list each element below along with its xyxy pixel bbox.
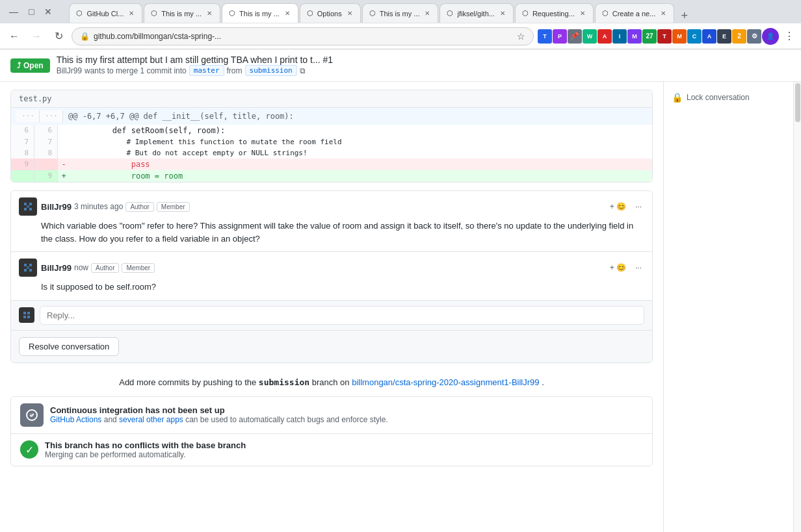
- ext-icon-6[interactable]: I: [612, 29, 627, 44]
- tab-6-icon: ⬡: [447, 9, 453, 18]
- minimize-button[interactable]: —: [5, 5, 22, 18]
- browser-menu-button[interactable]: ⋮: [783, 29, 796, 44]
- comment-1-emoji-button[interactable]: + 😊: [607, 201, 629, 212]
- diff-line-5: 9 + room = room: [11, 170, 652, 182]
- scroll-thumb[interactable]: [795, 83, 800, 122]
- comment-1-body: Which variable does "room" refer to here…: [19, 220, 644, 245]
- tab-8-close[interactable]: ✕: [659, 8, 667, 18]
- pr-source-branch[interactable]: submission: [245, 65, 297, 76]
- reply-input[interactable]: [40, 306, 644, 325]
- tab-5[interactable]: ⬡ This is my ... ✕: [362, 3, 439, 23]
- right-sidebar: 🔒 Lock conversation: [663, 82, 793, 532]
- status-item-branch: ✓ This branch has no conflicts with the …: [11, 434, 652, 466]
- ext-icon-profile[interactable]: 👤: [762, 28, 779, 45]
- pr-subtitle: BillJr99 wants to merge 1 commit into ma…: [57, 65, 791, 76]
- tab-3-close[interactable]: ✕: [283, 8, 291, 18]
- pr-copy-icon[interactable]: ⧉: [300, 66, 306, 75]
- diff-line-2-new-num: 7: [34, 136, 58, 147]
- diff-line-3-new-num: 8: [34, 147, 58, 158]
- tab-5-close[interactable]: ✕: [423, 8, 431, 18]
- diff-line-3: 8 8 # But do not accept empty or NULL st…: [11, 147, 652, 158]
- svg-rect-2: [21, 310, 32, 320]
- diff-line-4-new-num: [34, 158, 58, 170]
- commit-info-branch: submission: [259, 377, 309, 387]
- comment-2-body: Is it supposed to be self.room?: [19, 281, 644, 294]
- diff-line-4-sign: -: [58, 158, 70, 170]
- resolve-conversation-button[interactable]: Resolve conversation: [19, 337, 119, 356]
- ext-icon-5[interactable]: A: [597, 29, 612, 44]
- diff-line-1-new-num: 6: [34, 125, 58, 136]
- diff-hunk-header: ··· ··· @@ -6,7 +6,7 @@ def __init__(sel…: [11, 108, 652, 125]
- tab-3[interactable]: ⬡ This is my ... ✕: [222, 3, 298, 23]
- ext-icon-10[interactable]: M: [672, 29, 687, 44]
- pr-author: BillJr99: [57, 66, 82, 75]
- diff-filename: test.py: [19, 94, 52, 103]
- ext-icon-4[interactable]: W: [583, 29, 597, 44]
- ext-icon-8[interactable]: 27: [642, 29, 657, 44]
- new-tab-button[interactable]: +: [676, 9, 693, 23]
- forward-button[interactable]: →: [27, 27, 46, 45]
- ext-icon-14[interactable]: 2: [732, 29, 746, 44]
- ext-icon-3[interactable]: 📌: [568, 29, 582, 44]
- comment-1-more-button[interactable]: ···: [633, 201, 644, 212]
- commit-info-repo-link[interactable]: billmongan/csta-spring-2020-assignment1-…: [352, 377, 539, 387]
- pr-action-text: wants to merge 1 commit into: [85, 66, 187, 75]
- url-bar[interactable]: 🔒 github.com/billmongan/csta-spring-... …: [72, 27, 534, 45]
- page-content: ⤴ Open This is my first attempt but I am…: [0, 49, 801, 532]
- tab-1-label: GitHub Cl...: [86, 10, 124, 18]
- diff-line-1-old-num: 6: [11, 125, 34, 136]
- tab-7-close[interactable]: ✕: [579, 8, 586, 18]
- comment-2-meta: BillJr99 now Author Member: [41, 263, 603, 273]
- pr-target-branch[interactable]: master: [189, 65, 224, 76]
- title-bar: — □ ✕ ⬡ GitHub Cl... ✕ ⬡ This is my ... …: [0, 0, 801, 23]
- comment-1-time: 3 minutes ago: [74, 202, 123, 211]
- star-icon[interactable]: ☆: [517, 31, 525, 42]
- ext-icon-2[interactable]: P: [553, 29, 567, 44]
- extension-icons: T P 📌 W A I M 27 T M C A E 2 ⚙ 👤: [538, 28, 779, 45]
- comment-1-author: BillJr99: [41, 202, 72, 212]
- comment-2-emoji-button[interactable]: + 😊: [607, 262, 629, 273]
- ext-icon-9[interactable]: T: [657, 29, 672, 44]
- ext-icon-1[interactable]: T: [538, 29, 552, 44]
- ext-icon-13[interactable]: E: [717, 29, 731, 44]
- tab-4-label: Options: [317, 10, 342, 18]
- ext-icon-11[interactable]: C: [687, 29, 702, 44]
- ext-icon-12[interactable]: A: [702, 29, 716, 44]
- tab-4[interactable]: ⬡ Options ✕: [300, 3, 361, 23]
- tab-6-close[interactable]: ✕: [499, 8, 506, 18]
- ext-icon-15[interactable]: ⚙: [747, 29, 761, 44]
- ci-other-apps-link[interactable]: several other apps: [119, 415, 183, 424]
- comment-2-author: BillJr99: [41, 263, 72, 273]
- lock-conversation-button[interactable]: 🔒 Lock conversation: [672, 90, 750, 105]
- diff-line-5-new-num: 9: [34, 170, 58, 182]
- ext-icon-7[interactable]: M: [627, 29, 642, 44]
- tab-4-close[interactable]: ✕: [346, 8, 354, 18]
- status-section: Continuous integration has not been set …: [10, 396, 653, 466]
- diff-line-3-code: # But do not accept empty or NULL string…: [70, 147, 652, 158]
- tab-2-close[interactable]: ✕: [205, 8, 213, 18]
- diff-line-4: 9 - pass: [11, 158, 652, 170]
- close-button[interactable]: ✕: [40, 5, 56, 18]
- comment-2-badge-author: Author: [91, 263, 119, 273]
- tab-2[interactable]: ⬡ This is my ... ✕: [144, 3, 220, 23]
- tab-7-icon: ⬡: [522, 9, 529, 18]
- lock-icon: 🔒: [80, 32, 90, 41]
- back-button[interactable]: ←: [5, 27, 23, 45]
- tab-8[interactable]: ⬡ Create a ne... ✕: [595, 3, 675, 23]
- diff-line-4-code: pass: [70, 158, 652, 170]
- reply-avatar: [19, 307, 34, 323]
- tab-6[interactable]: ⬡ jfiksel/gith... ✕: [440, 3, 513, 23]
- tab-1[interactable]: ⬡ GitHub Cl... ✕: [69, 3, 142, 23]
- comment-1-actions: + 😊 ···: [607, 201, 644, 212]
- ci-github-actions-link[interactable]: GitHub Actions: [50, 415, 101, 424]
- open-badge-icon: ⤴: [17, 61, 21, 70]
- open-badge-label: Open: [23, 61, 44, 70]
- refresh-button[interactable]: ↻: [49, 27, 68, 45]
- page-scrollbar[interactable]: [793, 82, 801, 532]
- comment-2-more-button[interactable]: ···: [633, 262, 644, 273]
- maximize-button[interactable]: □: [25, 5, 38, 18]
- tab-7[interactable]: ⬡ Requesting... ✕: [515, 3, 594, 23]
- tab-1-close[interactable]: ✕: [127, 8, 135, 18]
- branch-status-title: This branch has no conflicts with the ba…: [45, 440, 643, 450]
- svg-point-4: [30, 413, 34, 417]
